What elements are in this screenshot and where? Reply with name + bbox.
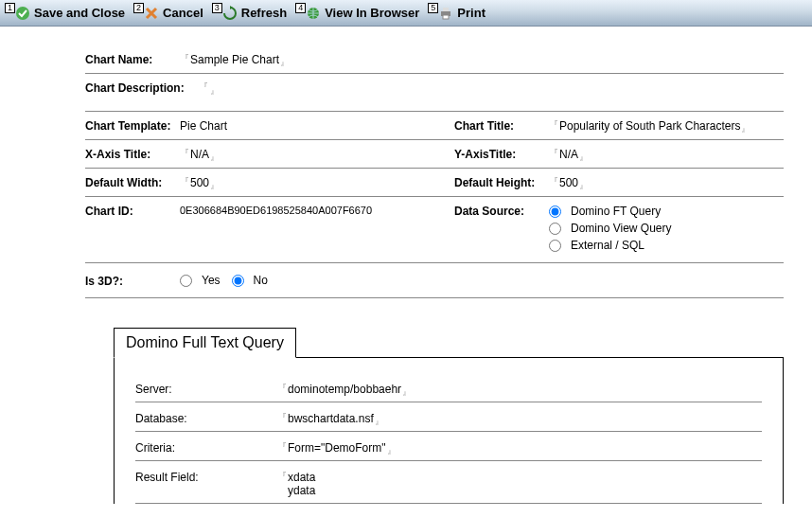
refresh-icon	[222, 6, 238, 21]
open-bracket-icon: 『	[180, 52, 189, 65]
svg-rect-3	[443, 8, 449, 11]
chart-id-label: Chart ID:	[85, 203, 180, 218]
open-bracket-icon: 『	[277, 470, 287, 483]
save-and-close-button[interactable]: 1 Save and Close	[4, 4, 131, 23]
open-bracket-icon: 『	[277, 440, 287, 454]
data-source-label: Data Source:	[454, 203, 549, 218]
data-source-radio-view[interactable]	[549, 223, 561, 235]
close-bracket-icon: 』	[280, 57, 289, 69]
server-label: Server:	[135, 381, 277, 396]
print-button[interactable]: 5 Print	[427, 4, 491, 23]
y-axis-value: N/A	[559, 148, 578, 161]
radio-label: No	[254, 274, 268, 287]
radio-label: Domino FT Query	[571, 205, 661, 218]
toolbar-label: View In Browser	[325, 6, 419, 20]
close-bracket-icon: 』	[579, 152, 588, 164]
svg-rect-4	[443, 15, 449, 19]
database-value: bwschartdata.nsf	[288, 412, 374, 425]
refresh-button[interactable]: 3 Refresh	[211, 4, 292, 23]
result-field-value: xdata	[288, 471, 315, 484]
key-hint: 2	[133, 3, 144, 13]
key-hint: 5	[428, 3, 438, 13]
chart-name-field[interactable]: 『 Sample Pie Chart 』	[180, 51, 289, 66]
default-width-label: Default Width:	[85, 174, 180, 189]
y-axis-label: Y-AxisTitle:	[454, 146, 549, 161]
query-section: Domino Full Text Query Server: 『 dominot…	[114, 327, 784, 504]
open-bracket-icon: 『	[199, 80, 208, 94]
default-height-value: 500	[559, 176, 578, 189]
tab-ft-query[interactable]: Domino Full Text Query	[114, 328, 296, 358]
close-bracket-icon: 』	[741, 123, 750, 135]
is3d-radio-no[interactable]	[232, 275, 244, 287]
is3d-label: Is 3D?:	[85, 273, 180, 288]
svg-point-0	[16, 7, 29, 20]
radio-label: External / SQL	[571, 239, 644, 252]
close-bracket-icon: 』	[210, 85, 219, 98]
criteria-field[interactable]: 『 Form="DemoForm" 』	[277, 439, 396, 455]
open-bracket-icon: 『	[180, 175, 189, 188]
toolbar-label: Print	[457, 6, 485, 20]
open-bracket-icon: 『	[180, 147, 189, 160]
globe-icon	[306, 6, 321, 21]
close-bracket-icon: 』	[402, 386, 411, 399]
open-bracket-icon: 『	[277, 382, 287, 395]
result-field-field[interactable]: 『 xdata ydata	[277, 469, 315, 497]
view-in-browser-button[interactable]: 4 View In Browser	[294, 4, 425, 23]
chart-desc-field[interactable]: 『 』	[199, 80, 219, 95]
data-source-radio-group: Domino FT Query Domino View Query Extern…	[549, 203, 672, 256]
close-bracket-icon: 』	[210, 180, 219, 192]
close-bracket-icon: 』	[210, 152, 219, 164]
data-source-radio-sql[interactable]	[549, 240, 561, 252]
result-field-value: ydata	[288, 484, 315, 497]
close-bracket-icon: 』	[579, 180, 588, 192]
data-source-radio-ft[interactable]	[549, 205, 561, 218]
form-content: Chart Name: 『 Sample Pie Chart 』 Chart D…	[0, 27, 812, 504]
radio-label: Yes	[202, 274, 221, 287]
key-hint: 3	[212, 3, 222, 13]
cancel-button[interactable]: 2 Cancel	[132, 4, 209, 23]
is3d-radio-yes[interactable]	[180, 275, 192, 287]
default-width-value: 500	[190, 176, 209, 189]
open-bracket-icon: 『	[549, 118, 558, 132]
chart-name-value: Sample Pie Chart	[190, 53, 279, 66]
chart-title-value: Popularity of South Park Characters	[559, 119, 740, 133]
checkmark-icon	[15, 6, 30, 21]
chart-template-label: Chart Template:	[85, 117, 180, 133]
criteria-label: Criteria:	[135, 439, 277, 455]
toolbar-label: Save and Close	[34, 6, 125, 20]
toolbar-label: Cancel	[163, 6, 203, 20]
open-bracket-icon: 『	[549, 175, 558, 188]
chart-name-label: Chart Name:	[85, 51, 180, 66]
open-bracket-icon: 『	[549, 147, 558, 160]
is3d-radio-group: Yes No	[180, 273, 268, 288]
printer-icon	[438, 6, 453, 21]
x-axis-label: X-Axis Title:	[85, 146, 180, 161]
default-height-label: Default Height:	[454, 174, 549, 189]
default-height-field[interactable]: 『 500 』	[549, 174, 588, 189]
x-axis-field[interactable]: 『 N/A 』	[180, 146, 219, 161]
y-axis-field[interactable]: 『 N/A 』	[549, 146, 588, 161]
chart-desc-label: Chart Description:	[85, 80, 199, 95]
x-axis-value: N/A	[190, 148, 209, 161]
key-hint: 4	[295, 3, 306, 13]
database-field[interactable]: 『 bwschartdata.nsf 』	[277, 410, 383, 425]
open-bracket-icon: 『	[277, 411, 287, 424]
result-field-label: Result Field:	[135, 469, 277, 484]
toolbar-label: Refresh	[241, 6, 287, 20]
close-bracket-icon: 』	[387, 445, 396, 457]
close-bracket-icon: 』	[375, 416, 383, 428]
chart-title-field[interactable]: 『 Popularity of South Park Characters 』	[549, 117, 750, 133]
database-label: Database:	[135, 410, 277, 425]
chart-title-label: Chart Title:	[454, 117, 549, 133]
chart-template-value: Pie Chart	[180, 117, 227, 133]
radio-label: Domino View Query	[571, 222, 672, 235]
server-value: dominotemp/bobbaehr	[288, 383, 401, 396]
criteria-value: Form="DemoForm"	[288, 441, 386, 455]
default-width-field[interactable]: 『 500 』	[180, 174, 219, 189]
key-hint: 1	[5, 3, 15, 13]
server-field[interactable]: 『 dominotemp/bobbaehr 』	[277, 381, 411, 396]
cancel-icon	[144, 6, 159, 21]
toolbar: 1 Save and Close 2 Cancel 3 Refresh 4 Vi…	[0, 0, 812, 27]
chart-id-value: 0E306684B90ED6198525840A007F6670	[180, 203, 372, 216]
